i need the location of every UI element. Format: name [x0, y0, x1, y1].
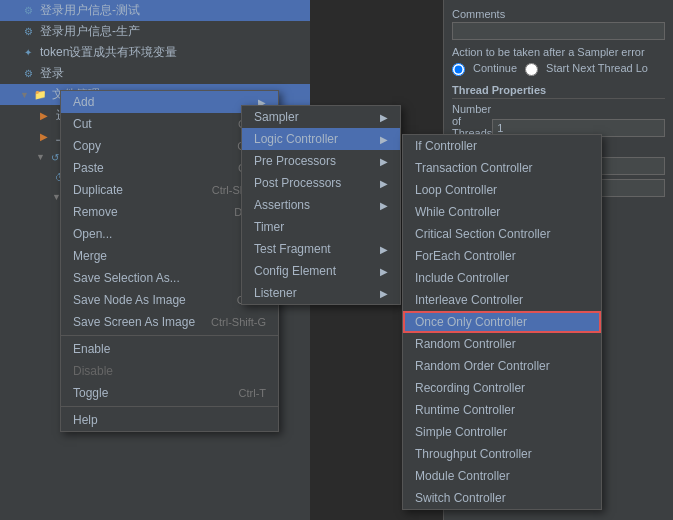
continue-label: Continue [473, 62, 517, 74]
lc-if-controller[interactable]: If Controller [403, 135, 601, 157]
expand-arrow: ▼ [20, 90, 30, 100]
lc-label: Loop Controller [415, 183, 497, 197]
start-next-thread-radio[interactable] [525, 63, 538, 76]
submenu-item-listener[interactable]: Listener ▶ [242, 282, 400, 304]
submenu-label-sampler: Sampler [254, 110, 299, 124]
lc-module-controller[interactable]: Module Controller [403, 465, 601, 487]
menu-label-enable: Enable [73, 342, 110, 356]
lc-random-controller[interactable]: Random Controller [403, 333, 601, 355]
http-icon: ▶ [36, 129, 52, 145]
menu-label-toggle: Toggle [73, 386, 108, 400]
menu-label-copy: Copy [73, 139, 101, 153]
submenu-item-assertions[interactable]: Assertions ▶ [242, 194, 400, 216]
submenu-item-config-element[interactable]: Config Element ▶ [242, 260, 400, 282]
lc-critical-section-controller[interactable]: Critical Section Controller [403, 223, 601, 245]
menu-label-save-selection: Save Selection As... [73, 271, 180, 285]
shortcut-save-screen: Ctrl-Shift-G [211, 316, 266, 328]
lc-label: ForEach Controller [415, 249, 516, 263]
lc-once-only-controller[interactable]: Once Only Controller [403, 311, 601, 333]
tree-item-label: 登录 [40, 65, 64, 82]
arrow-icon: ▶ [380, 244, 388, 255]
shortcut-toggle: Ctrl-T [239, 387, 267, 399]
comments-input[interactable] [452, 22, 665, 40]
menu-item-help[interactable]: Help [61, 409, 278, 431]
lc-foreach-controller[interactable]: ForEach Controller [403, 245, 601, 267]
menu-item-enable[interactable]: Enable [61, 338, 278, 360]
add-submenu: Sampler ▶ Logic Controller ▶ Pre Process… [241, 105, 401, 305]
arrow-icon: ▶ [380, 266, 388, 277]
submenu-label-pre-processors: Pre Processors [254, 154, 336, 168]
lc-switch-controller[interactable]: Switch Controller [403, 487, 601, 509]
menu-item-toggle[interactable]: Toggle Ctrl-T [61, 382, 278, 404]
menu-label-cut: Cut [73, 117, 92, 131]
tree-item-token[interactable]: ✦ token设置成共有环境变量 [0, 42, 310, 63]
submenu-item-post-processors[interactable]: Post Processors ▶ [242, 172, 400, 194]
menu-label-help: Help [73, 413, 98, 427]
expand-arrow: ▼ [36, 152, 45, 162]
arrow-icon: ▶ [380, 112, 388, 123]
lc-while-controller[interactable]: While Controller [403, 201, 601, 223]
submenu-label-listener: Listener [254, 286, 297, 300]
menu-label-open: Open... [73, 227, 112, 241]
lc-interleave-controller[interactable]: Interleave Controller [403, 289, 601, 311]
menu-label-paste: Paste [73, 161, 104, 175]
menu-label-remove: Remove [73, 205, 118, 219]
action-field: Action to be taken after a Sampler error… [452, 46, 665, 76]
lc-label: Throughput Controller [415, 447, 532, 461]
submenu-label-timer: Timer [254, 220, 284, 234]
lc-label: Simple Controller [415, 425, 507, 439]
tree-item-login-test[interactable]: ⚙ 登录用户信息-测试 [0, 0, 310, 21]
tree-item-label: 登录用户信息-测试 [40, 2, 140, 19]
continue-radio[interactable] [452, 63, 465, 76]
lc-label: Once Only Controller [415, 315, 527, 329]
lc-runtime-controller[interactable]: Runtime Controller [403, 399, 601, 421]
lc-label: Random Controller [415, 337, 516, 351]
menu-label-add: Add [73, 95, 94, 109]
arrow-icon: ▶ [380, 288, 388, 299]
menu-label-merge: Merge [73, 249, 107, 263]
submenu-item-sampler[interactable]: Sampler ▶ [242, 106, 400, 128]
arrow-icon: ▶ [380, 178, 388, 189]
lc-recording-controller[interactable]: Recording Controller [403, 377, 601, 399]
lc-label: Recording Controller [415, 381, 525, 395]
lc-transaction-controller[interactable]: Transaction Controller [403, 157, 601, 179]
submenu-label-logic-controller: Logic Controller [254, 132, 338, 146]
lc-random-order-controller[interactable]: Random Order Controller [403, 355, 601, 377]
folder-icon: 📁 [32, 87, 48, 103]
menu-label-duplicate: Duplicate [73, 183, 123, 197]
submenu-item-timer[interactable]: Timer [242, 216, 400, 238]
submenu-label-post-processors: Post Processors [254, 176, 341, 190]
lc-loop-controller[interactable]: Loop Controller [403, 179, 601, 201]
lc-label: While Controller [415, 205, 500, 219]
lc-include-controller[interactable]: Include Controller [403, 267, 601, 289]
lc-label: Interleave Controller [415, 293, 523, 307]
thread-props-title: Thread Properties [452, 84, 665, 99]
lc-label: Runtime Controller [415, 403, 515, 417]
menu-separator-2 [61, 406, 278, 407]
submenu-item-test-fragment[interactable]: Test Fragment ▶ [242, 238, 400, 260]
tree-item-login[interactable]: ⚙ 登录 [0, 63, 310, 84]
arrow-icon: ▶ [380, 134, 388, 145]
lc-simple-controller[interactable]: Simple Controller [403, 421, 601, 443]
logic-controller-submenu: If Controller Transaction Controller Loo… [402, 134, 602, 510]
tree-item-label: 登录用户信息-生产 [40, 23, 140, 40]
settings-icon: ⚙ [20, 3, 36, 19]
arrow-icon: ▶ [380, 200, 388, 211]
action-label: Action to be taken after a Sampler error [452, 46, 665, 58]
menu-item-save-screen[interactable]: Save Screen As Image Ctrl-Shift-G [61, 311, 278, 333]
lc-label: Include Controller [415, 271, 509, 285]
start-next-thread-label: Start Next Thread Lo [546, 62, 648, 74]
submenu-item-logic-controller[interactable]: Logic Controller ▶ [242, 128, 400, 150]
menu-separator-1 [61, 335, 278, 336]
submenu-label-test-fragment: Test Fragment [254, 242, 331, 256]
submenu-item-pre-processors[interactable]: Pre Processors ▶ [242, 150, 400, 172]
menu-label-disable: Disable [73, 364, 113, 378]
lc-label: Transaction Controller [415, 161, 533, 175]
tree-item-login-prod[interactable]: ⚙ 登录用户信息-生产 [0, 21, 310, 42]
lc-label: Critical Section Controller [415, 227, 550, 241]
submenu-label-config-element: Config Element [254, 264, 336, 278]
arrow-icon: ▶ [380, 156, 388, 167]
lc-throughput-controller[interactable]: Throughput Controller [403, 443, 601, 465]
tree-item-label: token设置成共有环境变量 [40, 44, 177, 61]
lc-label: Module Controller [415, 469, 510, 483]
